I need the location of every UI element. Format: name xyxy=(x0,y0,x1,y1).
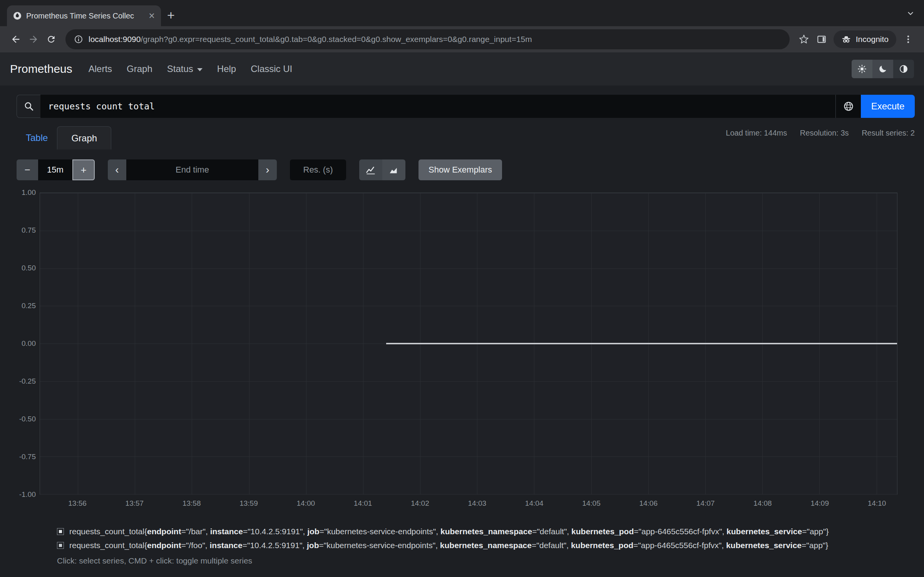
chart-type-group xyxy=(359,159,405,180)
x-axis-tick-label: 14:08 xyxy=(753,499,772,508)
reload-icon[interactable] xyxy=(42,30,60,48)
tab-title: Prometheus Time Series Collec xyxy=(26,12,144,20)
chart: 1.000.750.500.250.00-0.25-0.50-0.75-1.00… xyxy=(17,193,915,510)
query-expression-input[interactable] xyxy=(40,95,835,118)
gridline-h xyxy=(40,381,897,382)
gridline-h xyxy=(40,306,897,306)
forward-icon[interactable] xyxy=(25,30,42,48)
chevron-down-icon xyxy=(197,68,203,71)
x-axis-tick-label: 13:59 xyxy=(239,499,258,508)
url-bar[interactable]: localhost:9090/graph?g0.expr=requests_co… xyxy=(65,29,790,49)
y-axis-tick-label: 0.25 xyxy=(22,302,36,310)
main-nav: Alerts Graph Status Help Classic UI xyxy=(89,64,292,74)
gridline-v xyxy=(78,193,78,494)
gridline-h xyxy=(40,494,897,495)
tab-close-icon[interactable]: × xyxy=(149,11,155,21)
tab-table[interactable]: Table xyxy=(17,126,57,149)
y-axis-tick-label: 0.75 xyxy=(22,226,36,235)
brand-logo[interactable]: Prometheus xyxy=(10,62,72,75)
plot-area[interactable] xyxy=(40,193,897,495)
result-series: Result series: 2 xyxy=(862,129,915,137)
prometheus-navbar: Prometheus Alerts Graph Status Help Clas… xyxy=(0,52,924,86)
x-axis-tick-label: 14:10 xyxy=(868,499,886,508)
browser-tab-strip: Prometheus Time Series Collec × + xyxy=(0,0,924,26)
line-chart-icon[interactable] xyxy=(359,159,382,180)
end-time-group: ‹ › xyxy=(108,159,277,180)
x-axis-tick-label: 13:56 xyxy=(68,499,87,508)
increase-range-button[interactable]: + xyxy=(72,159,95,180)
back-time-chevron-button[interactable]: ‹ xyxy=(108,159,126,180)
x-axis-tick-label: 14:07 xyxy=(696,499,715,508)
search-icon xyxy=(17,95,40,118)
x-axis-tick-label: 14:03 xyxy=(468,499,486,508)
nav-item-graph[interactable]: Graph xyxy=(127,64,152,74)
x-axis-tick-label: 13:58 xyxy=(182,499,201,508)
gridline-h xyxy=(40,193,897,193)
execute-button[interactable]: Execute xyxy=(861,95,915,118)
gridline-v xyxy=(363,193,363,494)
side-panel-icon[interactable] xyxy=(813,30,830,48)
gridline-v xyxy=(135,193,135,494)
x-axis: 13:5613:5713:5813:5914:0014:0114:0214:03… xyxy=(40,497,897,510)
light-theme-sun-icon[interactable] xyxy=(852,60,872,78)
back-icon[interactable] xyxy=(7,30,25,48)
nav-item-classic-ui[interactable]: Classic UI xyxy=(251,64,292,74)
bookmark-star-icon[interactable] xyxy=(795,30,813,48)
range-group: − + xyxy=(17,159,95,180)
legend-item[interactable]: requests_count_total{endpoint="/foo", in… xyxy=(57,541,915,550)
nav-item-status[interactable]: Status xyxy=(167,64,203,74)
x-axis-tick-label: 13:57 xyxy=(126,499,144,508)
incognito-icon xyxy=(841,34,851,44)
forward-time-chevron-button[interactable]: › xyxy=(258,159,277,180)
browser-menu-dots-icon[interactable] xyxy=(899,30,917,48)
x-axis-tick-label: 14:02 xyxy=(411,499,429,508)
end-time-input[interactable] xyxy=(126,159,258,180)
auto-theme-contrast-icon[interactable] xyxy=(893,60,914,78)
range-input[interactable] xyxy=(38,159,72,180)
graph-controls: − + ‹ › Show Exemplars xyxy=(17,159,915,180)
x-axis-tick-label: 14:09 xyxy=(810,499,829,508)
tab-graph[interactable]: Graph xyxy=(57,126,111,149)
y-axis: 1.000.750.500.250.00-0.25-0.50-0.75-1.00 xyxy=(17,193,37,495)
series-label: requests_count_total{endpoint="/bar", in… xyxy=(69,527,829,536)
legend-item[interactable]: requests_count_total{endpoint="/bar", in… xyxy=(57,527,915,536)
resolution-input[interactable] xyxy=(290,159,346,180)
y-axis-tick-label: -1.00 xyxy=(19,490,36,499)
gridline-h xyxy=(40,419,897,419)
y-axis-tick-label: -0.75 xyxy=(19,453,36,461)
browser-toolbar: localhost:9090/graph?g0.expr=requests_co… xyxy=(0,26,924,52)
new-tab-button[interactable]: + xyxy=(167,8,175,22)
query-stats: Load time: 144ms Resolution: 3s Result s… xyxy=(726,126,915,138)
decrease-range-button[interactable]: − xyxy=(17,159,38,180)
x-axis-tick-label: 14:00 xyxy=(297,499,315,508)
theme-toggle-group xyxy=(852,60,914,78)
legend-hint: Click: select series, CMD + click: toggl… xyxy=(57,556,915,565)
series-swatch-icon xyxy=(57,528,64,535)
y-axis-tick-label: -0.50 xyxy=(19,415,36,423)
y-axis-tick-label: 0.00 xyxy=(22,339,36,348)
gridline-h xyxy=(40,231,897,231)
nav-item-help[interactable]: Help xyxy=(217,64,236,74)
browser-tab[interactable]: Prometheus Time Series Collec × xyxy=(7,5,161,26)
query-panel: Execute xyxy=(17,95,915,118)
page-info-icon[interactable] xyxy=(74,35,83,44)
incognito-badge: Incognito xyxy=(834,30,896,48)
stacked-chart-icon[interactable] xyxy=(382,159,405,180)
metrics-explorer-globe-icon[interactable] xyxy=(835,95,861,118)
favicon-prometheus-icon xyxy=(13,12,22,20)
gridline-h xyxy=(40,456,897,457)
panel-tabs: Table Graph xyxy=(17,126,111,149)
gridline-v xyxy=(192,193,192,494)
dark-theme-moon-icon[interactable] xyxy=(872,60,893,78)
nav-item-alerts[interactable]: Alerts xyxy=(89,64,112,74)
url-text: localhost:9090/graph?g0.expr=requests_co… xyxy=(89,35,532,44)
y-axis-tick-label: 1.00 xyxy=(22,188,36,197)
gridline-h xyxy=(40,268,897,269)
legend: requests_count_total{endpoint="/bar", in… xyxy=(57,527,915,550)
incognito-label: Incognito xyxy=(856,35,889,44)
panel-meta-row: Table Graph Load time: 144ms Resolution:… xyxy=(17,126,915,149)
gridline-v xyxy=(249,193,249,494)
show-exemplars-button[interactable]: Show Exemplars xyxy=(418,159,502,180)
x-axis-tick-label: 14:01 xyxy=(354,499,372,508)
tab-search-chevron-icon[interactable] xyxy=(906,9,915,18)
